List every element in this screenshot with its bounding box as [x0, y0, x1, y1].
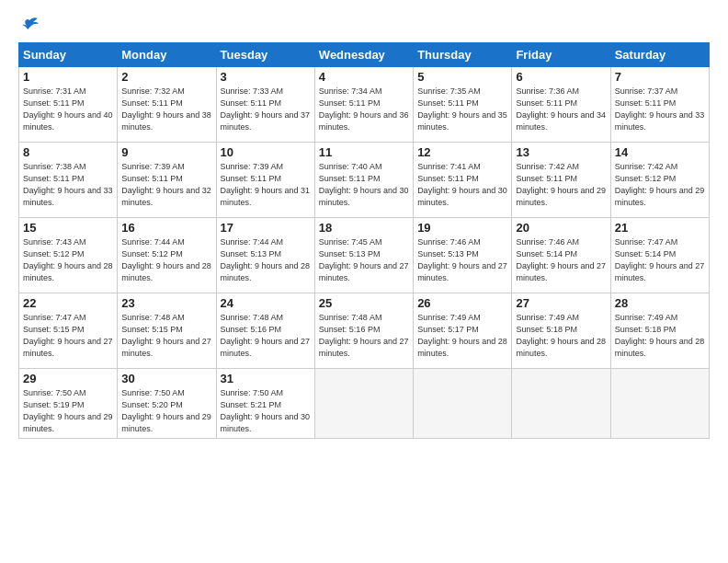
week-row-1: 1Sunrise: 7:31 AMSunset: 5:11 PMDaylight…: [19, 67, 710, 143]
day-info: Sunrise: 7:50 AMSunset: 5:21 PMDaylight:…: [221, 388, 311, 433]
weekday-header-thursday: Thursday: [414, 43, 512, 67]
calendar-cell: [610, 369, 709, 439]
day-info: Sunrise: 7:40 AMSunset: 5:11 PMDaylight:…: [319, 162, 409, 207]
calendar-cell: 26Sunrise: 7:49 AMSunset: 5:17 PMDayligh…: [414, 293, 512, 369]
calendar-cell: 3Sunrise: 7:33 AMSunset: 5:11 PMDaylight…: [216, 67, 314, 143]
calendar-cell: 11Sunrise: 7:40 AMSunset: 5:11 PMDayligh…: [314, 143, 413, 218]
calendar-cell: 29Sunrise: 7:50 AMSunset: 5:19 PMDayligh…: [19, 369, 118, 439]
calendar-cell: 1Sunrise: 7:31 AMSunset: 5:11 PMDaylight…: [19, 67, 118, 143]
week-row-3: 15Sunrise: 7:43 AMSunset: 5:12 PMDayligh…: [19, 218, 710, 293]
day-info: Sunrise: 7:48 AMSunset: 5:15 PMDaylight:…: [121, 313, 211, 358]
day-info: Sunrise: 7:48 AMSunset: 5:16 PMDaylight:…: [319, 313, 409, 358]
calendar-cell: 27Sunrise: 7:49 AMSunset: 5:18 PMDayligh…: [512, 293, 610, 369]
day-number: 2: [121, 70, 211, 84]
weekday-header-wednesday: Wednesday: [314, 43, 413, 67]
calendar-cell: 9Sunrise: 7:39 AMSunset: 5:11 PMDaylight…: [118, 143, 216, 218]
day-number: 18: [319, 221, 409, 235]
day-info: Sunrise: 7:48 AMSunset: 5:16 PMDaylight:…: [221, 313, 311, 358]
day-info: Sunrise: 7:46 AMSunset: 5:14 PMDaylight:…: [516, 237, 606, 282]
calendar-cell: 30Sunrise: 7:50 AMSunset: 5:20 PMDayligh…: [118, 369, 216, 439]
calendar-cell: 22Sunrise: 7:47 AMSunset: 5:15 PMDayligh…: [19, 293, 118, 369]
day-number: 20: [516, 221, 606, 235]
day-info: Sunrise: 7:44 AMSunset: 5:13 PMDaylight:…: [221, 237, 311, 282]
day-number: 17: [221, 221, 311, 235]
weekday-header-friday: Friday: [512, 43, 610, 67]
calendar-cell: [512, 369, 610, 439]
calendar-cell: 5Sunrise: 7:35 AMSunset: 5:11 PMDaylight…: [414, 67, 512, 143]
day-number: 21: [615, 221, 705, 235]
calendar-cell: 4Sunrise: 7:34 AMSunset: 5:11 PMDaylight…: [314, 67, 413, 143]
weekday-header-monday: Monday: [118, 43, 216, 67]
header: [18, 17, 710, 33]
day-number: 3: [221, 70, 311, 84]
logo-bird-icon: [20, 17, 39, 33]
day-info: Sunrise: 7:34 AMSunset: 5:11 PMDaylight:…: [319, 86, 409, 132]
logo: [18, 17, 39, 33]
calendar-cell: 19Sunrise: 7:46 AMSunset: 5:13 PMDayligh…: [414, 218, 512, 293]
day-info: Sunrise: 7:47 AMSunset: 5:15 PMDaylight:…: [23, 313, 113, 358]
day-number: 24: [221, 296, 311, 310]
day-info: Sunrise: 7:41 AMSunset: 5:11 PMDaylight:…: [417, 162, 507, 207]
calendar-cell: 17Sunrise: 7:44 AMSunset: 5:13 PMDayligh…: [216, 218, 314, 293]
day-info: Sunrise: 7:44 AMSunset: 5:12 PMDaylight:…: [121, 237, 211, 282]
weekday-header-sunday: Sunday: [19, 43, 118, 67]
calendar-cell: [314, 369, 413, 439]
calendar-cell: 28Sunrise: 7:49 AMSunset: 5:18 PMDayligh…: [610, 293, 709, 369]
day-number: 1: [23, 70, 113, 84]
day-number: 13: [516, 145, 606, 159]
day-number: 12: [417, 145, 507, 159]
weekday-header-saturday: Saturday: [610, 43, 709, 67]
day-info: Sunrise: 7:39 AMSunset: 5:11 PMDaylight:…: [221, 162, 311, 207]
calendar-cell: [414, 369, 512, 439]
week-row-2: 8Sunrise: 7:38 AMSunset: 5:11 PMDaylight…: [19, 143, 710, 218]
day-number: 7: [615, 70, 705, 84]
day-number: 27: [516, 296, 606, 310]
day-number: 11: [319, 145, 409, 159]
day-info: Sunrise: 7:47 AMSunset: 5:14 PMDaylight:…: [615, 237, 705, 282]
weekday-header-row: SundayMondayTuesdayWednesdayThursdayFrid…: [19, 43, 710, 67]
day-info: Sunrise: 7:36 AMSunset: 5:11 PMDaylight:…: [516, 86, 606, 132]
day-number: 4: [319, 70, 409, 84]
page: SundayMondayTuesdayWednesdayThursdayFrid…: [0, 0, 728, 563]
calendar-cell: 12Sunrise: 7:41 AMSunset: 5:11 PMDayligh…: [414, 143, 512, 218]
weekday-header-tuesday: Tuesday: [216, 43, 314, 67]
day-number: 9: [121, 145, 211, 159]
day-info: Sunrise: 7:32 AMSunset: 5:11 PMDaylight:…: [121, 86, 211, 132]
day-number: 31: [221, 372, 311, 385]
calendar-cell: 31Sunrise: 7:50 AMSunset: 5:21 PMDayligh…: [216, 369, 314, 439]
day-info: Sunrise: 7:33 AMSunset: 5:11 PMDaylight:…: [221, 86, 311, 132]
calendar-cell: 21Sunrise: 7:47 AMSunset: 5:14 PMDayligh…: [610, 218, 709, 293]
day-info: Sunrise: 7:42 AMSunset: 5:11 PMDaylight:…: [516, 162, 606, 207]
day-info: Sunrise: 7:42 AMSunset: 5:12 PMDaylight:…: [615, 162, 705, 207]
day-number: 10: [221, 145, 311, 159]
day-info: Sunrise: 7:49 AMSunset: 5:18 PMDaylight:…: [516, 313, 606, 358]
day-info: Sunrise: 7:43 AMSunset: 5:12 PMDaylight:…: [23, 237, 113, 282]
day-info: Sunrise: 7:37 AMSunset: 5:11 PMDaylight:…: [615, 86, 705, 132]
day-number: 16: [121, 221, 211, 235]
calendar-cell: 13Sunrise: 7:42 AMSunset: 5:11 PMDayligh…: [512, 143, 610, 218]
day-info: Sunrise: 7:35 AMSunset: 5:11 PMDaylight:…: [417, 86, 507, 132]
day-number: 5: [417, 70, 507, 84]
day-info: Sunrise: 7:50 AMSunset: 5:19 PMDaylight:…: [23, 388, 113, 433]
day-number: 25: [319, 296, 409, 310]
day-number: 30: [121, 372, 211, 385]
calendar-cell: 20Sunrise: 7:46 AMSunset: 5:14 PMDayligh…: [512, 218, 610, 293]
calendar-cell: 2Sunrise: 7:32 AMSunset: 5:11 PMDaylight…: [118, 67, 216, 143]
day-info: Sunrise: 7:31 AMSunset: 5:11 PMDaylight:…: [23, 86, 113, 132]
calendar-cell: 10Sunrise: 7:39 AMSunset: 5:11 PMDayligh…: [216, 143, 314, 218]
day-number: 26: [417, 296, 507, 310]
day-info: Sunrise: 7:45 AMSunset: 5:13 PMDaylight:…: [319, 237, 409, 282]
day-info: Sunrise: 7:49 AMSunset: 5:17 PMDaylight:…: [417, 313, 507, 358]
calendar-cell: 8Sunrise: 7:38 AMSunset: 5:11 PMDaylight…: [19, 143, 118, 218]
day-number: 14: [615, 145, 705, 159]
week-row-5: 29Sunrise: 7:50 AMSunset: 5:19 PMDayligh…: [19, 369, 710, 439]
day-info: Sunrise: 7:39 AMSunset: 5:11 PMDaylight:…: [121, 162, 211, 207]
day-number: 22: [23, 296, 113, 310]
day-number: 23: [121, 296, 211, 310]
calendar-cell: 23Sunrise: 7:48 AMSunset: 5:15 PMDayligh…: [118, 293, 216, 369]
day-info: Sunrise: 7:49 AMSunset: 5:18 PMDaylight:…: [615, 313, 705, 358]
calendar-cell: 24Sunrise: 7:48 AMSunset: 5:16 PMDayligh…: [216, 293, 314, 369]
day-number: 6: [516, 70, 606, 84]
calendar-cell: 6Sunrise: 7:36 AMSunset: 5:11 PMDaylight…: [512, 67, 610, 143]
day-number: 15: [23, 221, 113, 235]
